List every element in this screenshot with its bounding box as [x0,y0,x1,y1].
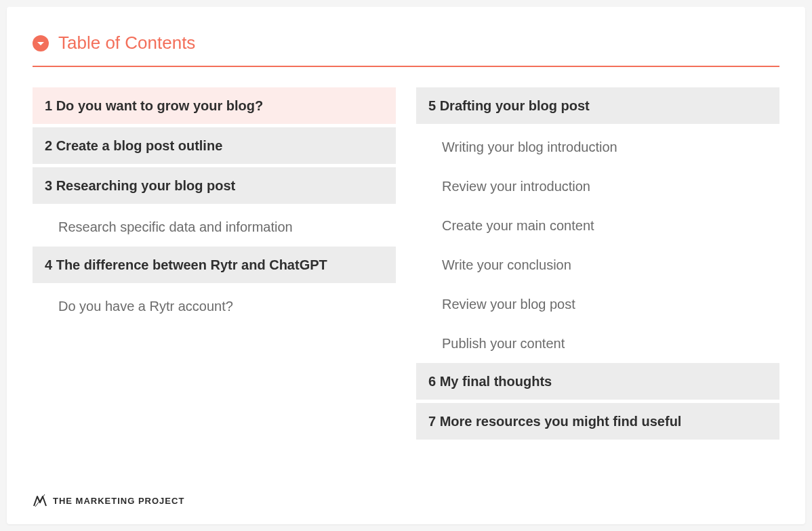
toc-subsection-link[interactable]: Review your introduction [416,167,779,206]
toc-section-link[interactable]: 4 The difference between Rytr and ChatGP… [33,247,396,283]
toc-subsection-link[interactable]: Write your conclusion [416,245,779,284]
toc-subsection-link[interactable]: Publish your content [416,324,779,363]
toc-card: Table of Contents 1 Do you want to grow … [7,7,805,524]
toc-subsection-link[interactable]: Writing your blog introduction [416,127,779,167]
collapse-down-icon [33,35,49,51]
toc-subsection-link[interactable]: Create your main content [416,206,779,245]
toc-subsection-link[interactable]: Do you have a Rytr account? [33,286,396,326]
brand-mark-icon [33,493,47,508]
toc-title: Table of Contents [58,33,195,54]
brand-text: THE MARKETING PROJECT [53,496,184,506]
toc-subsection-link[interactable]: Research specific data and information [33,207,396,247]
brand-logo: THE MARKETING PROJECT [33,493,184,508]
toc-subsection-link[interactable]: Review your blog post [416,284,779,324]
toc-section-link[interactable]: 5 Drafting your blog post [416,87,779,124]
toc-divider [33,66,779,67]
toc-section-link[interactable]: 6 My final thoughts [416,363,779,400]
toc-section-link[interactable]: 7 More resources you might find useful [416,403,779,440]
toc-column-left: 1 Do you want to grow your blog?2 Create… [33,87,396,443]
toc-column-right: 5 Drafting your blog postWriting your bl… [416,87,779,443]
toc-section-link[interactable]: 1 Do you want to grow your blog? [33,87,396,124]
toc-header[interactable]: Table of Contents [33,33,779,54]
toc-columns: 1 Do you want to grow your blog?2 Create… [33,87,779,443]
toc-section-link[interactable]: 3 Researching your blog post [33,167,396,204]
toc-section-link[interactable]: 2 Create a blog post outline [33,127,396,164]
